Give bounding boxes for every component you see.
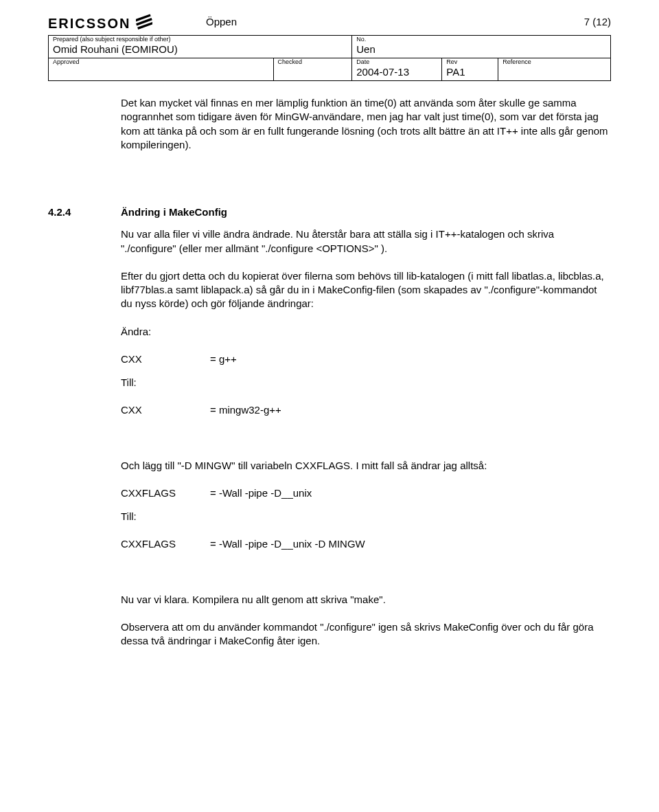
page-number: 7 (12): [556, 14, 611, 29]
document-meta-table: Prepared (also subject responsible if ot…: [48, 35, 611, 81]
date-label: Date: [356, 59, 437, 66]
cxxflags-val-2: = -Wall -pipe -D__unix -D MINGW: [210, 537, 365, 551]
cxx-row-2: CXX = mingw32-g++: [121, 403, 611, 417]
logo-block: ERICSSON: [48, 14, 206, 34]
section-heading-row: 4.2.4 Ändring i MakeConfig: [48, 205, 611, 219]
paragraph-5: Observera att om du använder kommandot "…: [121, 620, 611, 649]
prepared-label: Prepared (also subject responsible if ot…: [53, 36, 347, 43]
classification-label: Öppen: [206, 14, 556, 29]
no-label: No.: [356, 36, 606, 43]
paragraph-3: Och lägg till "-D MINGW" till variabeln …: [121, 459, 611, 473]
cxxflags-key-1: CXXFLAGS: [121, 486, 210, 500]
cxx-key-1: CXX: [121, 352, 210, 366]
document-body: Det kan mycket väl finnas en mer lämplig…: [121, 96, 611, 648]
ericsson-logo-text: ERICSSON: [48, 14, 130, 33]
document-header: ERICSSON Öppen 7 (12): [48, 14, 611, 34]
paragraph-4: Nu var vi klara. Kompilera nu allt genom…: [121, 593, 611, 607]
cxxflags-val-1: = -Wall -pipe -D__unix: [210, 486, 312, 500]
intro-paragraph: Det kan mycket väl finnas en mer lämplig…: [121, 96, 611, 152]
date-value: 2004-07-13: [356, 66, 409, 78]
rev-value: PA1: [446, 66, 465, 78]
ericsson-stripes-icon: [136, 14, 152, 34]
till-label-2: Till:: [121, 510, 611, 523]
cxx-row-1: CXX = g++: [121, 352, 611, 366]
cxx-val-2: = mingw32-g++: [210, 403, 281, 417]
cxxflags-row-1: CXXFLAGS = -Wall -pipe -D__unix: [121, 486, 611, 500]
section-title: Ändring i MakeConfig: [121, 205, 227, 219]
andra-label: Ändra:: [121, 325, 611, 339]
cxx-key-2: CXX: [121, 403, 210, 417]
checked-label: Checked: [278, 59, 348, 66]
rev-label: Rev: [446, 59, 494, 66]
till-label-1: Till:: [121, 376, 611, 390]
reference-label: Reference: [502, 59, 606, 66]
no-value: Uen: [356, 43, 375, 55]
cxx-val-1: = g++: [210, 352, 237, 366]
prepared-value: Omid Rouhani (EOMIROU): [53, 43, 178, 55]
approved-label: Approved: [53, 59, 269, 66]
cxxflags-row-2: CXXFLAGS = -Wall -pipe -D__unix -D MINGW: [121, 537, 611, 551]
paragraph-1: Nu var alla filer vi ville ändra ändrade…: [121, 227, 611, 256]
paragraph-2: Efter du gjort detta och du kopierat öve…: [121, 269, 611, 311]
section-number: 4.2.4: [48, 205, 121, 219]
cxxflags-key-2: CXXFLAGS: [121, 537, 210, 551]
